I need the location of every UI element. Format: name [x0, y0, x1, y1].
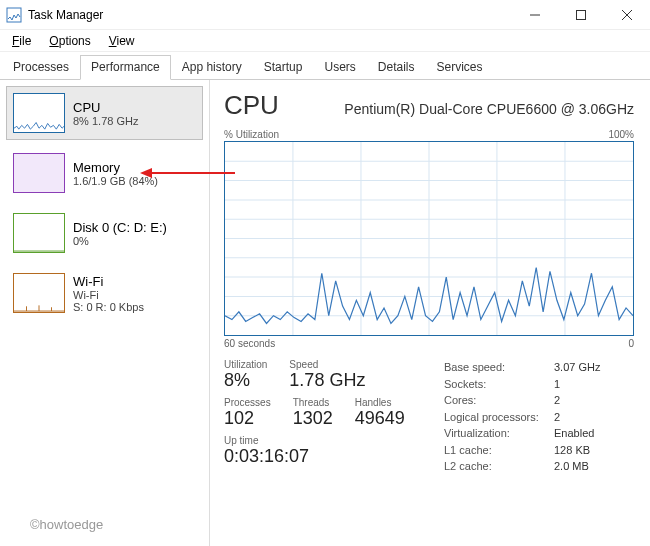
sidebar-item-wifi[interactable]: Wi-Fi Wi-Fi S: 0 R: 0 Kbps — [6, 266, 203, 320]
lp-k: Logical processors: — [444, 409, 554, 426]
sockets-k: Sockets: — [444, 376, 554, 393]
l1-k: L1 cache: — [444, 442, 554, 459]
l2-v: 2.0 MB — [554, 458, 589, 475]
sidebar: CPU 8% 1.78 GHz Memory 1.6/1.9 GB (84%) … — [0, 80, 210, 546]
virt-k: Virtualization: — [444, 425, 554, 442]
tab-startup[interactable]: Startup — [253, 55, 314, 80]
tabstrip: Processes Performance App history Startu… — [0, 52, 650, 80]
sidebar-disk-name: Disk 0 (C: D: E:) — [73, 220, 167, 235]
base-speed-v: 3.07 GHz — [554, 359, 600, 376]
sidebar-item-disk[interactable]: Disk 0 (C: D: E:) 0% — [6, 206, 203, 260]
cores-k: Cores: — [444, 392, 554, 409]
virt-v: Enabled — [554, 425, 594, 442]
tab-users[interactable]: Users — [313, 55, 366, 80]
uptime-label: Up time — [224, 435, 414, 446]
main-panel: CPU Pentium(R) Dual-Core CPUE6600 @ 3.06… — [210, 80, 650, 546]
menubar: File Options View — [0, 30, 650, 52]
utilization-label: Utilization — [224, 359, 267, 370]
svg-rect-2 — [577, 10, 586, 19]
tab-app-history[interactable]: App history — [171, 55, 253, 80]
lp-v: 2 — [554, 409, 560, 426]
page-title: CPU — [224, 90, 279, 121]
sidebar-disk-detail: 0% — [73, 235, 167, 247]
tab-details[interactable]: Details — [367, 55, 426, 80]
sidebar-wifi-name: Wi-Fi — [73, 274, 144, 289]
tab-performance[interactable]: Performance — [80, 55, 171, 80]
tab-processes[interactable]: Processes — [2, 55, 80, 80]
l1-v: 128 KB — [554, 442, 590, 459]
utilization-value: 8% — [224, 370, 267, 391]
minimize-button[interactable] — [512, 0, 558, 30]
speed-value: 1.78 GHz — [289, 370, 365, 391]
handles-value: 49649 — [355, 408, 405, 429]
app-icon — [6, 7, 22, 23]
sidebar-item-memory[interactable]: Memory 1.6/1.9 GB (84%) — [6, 146, 203, 200]
chart-ymax: 100% — [608, 129, 634, 140]
cpu-model: Pentium(R) Dual-Core CPUE6600 @ 3.06GHz — [344, 101, 634, 117]
l2-k: L2 cache: — [444, 458, 554, 475]
tab-services[interactable]: Services — [426, 55, 494, 80]
cpu-thumb-chart — [13, 93, 65, 133]
menu-view[interactable]: View — [101, 32, 143, 50]
window-title: Task Manager — [28, 8, 103, 22]
sidebar-memory-name: Memory — [73, 160, 158, 175]
chart-xleft: 60 seconds — [224, 338, 275, 349]
maximize-button[interactable] — [558, 0, 604, 30]
cores-v: 2 — [554, 392, 560, 409]
sidebar-memory-detail: 1.6/1.9 GB (84%) — [73, 175, 158, 187]
sidebar-wifi-detail2: S: 0 R: 0 Kbps — [73, 301, 144, 313]
svg-rect-5 — [14, 154, 64, 192]
processes-value: 102 — [224, 408, 271, 429]
chart-xright: 0 — [628, 338, 634, 349]
processes-label: Processes — [224, 397, 271, 408]
titlebar: Task Manager — [0, 0, 650, 30]
chart-ylabel: % Utilization — [224, 129, 279, 140]
handles-label: Handles — [355, 397, 405, 408]
threads-label: Threads — [293, 397, 333, 408]
cpu-chart[interactable] — [224, 141, 634, 336]
speed-label: Speed — [289, 359, 365, 370]
window-controls — [512, 0, 650, 30]
menu-options[interactable]: Options — [41, 32, 98, 50]
sidebar-wifi-detail: Wi-Fi — [73, 289, 144, 301]
threads-value: 1302 — [293, 408, 333, 429]
base-speed-k: Base speed: — [444, 359, 554, 376]
menu-file[interactable]: File — [4, 32, 39, 50]
memory-thumb-chart — [13, 153, 65, 193]
uptime-value: 0:03:16:07 — [224, 446, 414, 467]
close-button[interactable] — [604, 0, 650, 30]
watermark: ©howtoedge — [30, 517, 103, 532]
sockets-v: 1 — [554, 376, 560, 393]
wifi-thumb-chart — [13, 273, 65, 313]
sidebar-cpu-detail: 8% 1.78 GHz — [73, 115, 138, 127]
sidebar-item-cpu[interactable]: CPU 8% 1.78 GHz — [6, 86, 203, 140]
sidebar-cpu-name: CPU — [73, 100, 138, 115]
disk-thumb-chart — [13, 213, 65, 253]
